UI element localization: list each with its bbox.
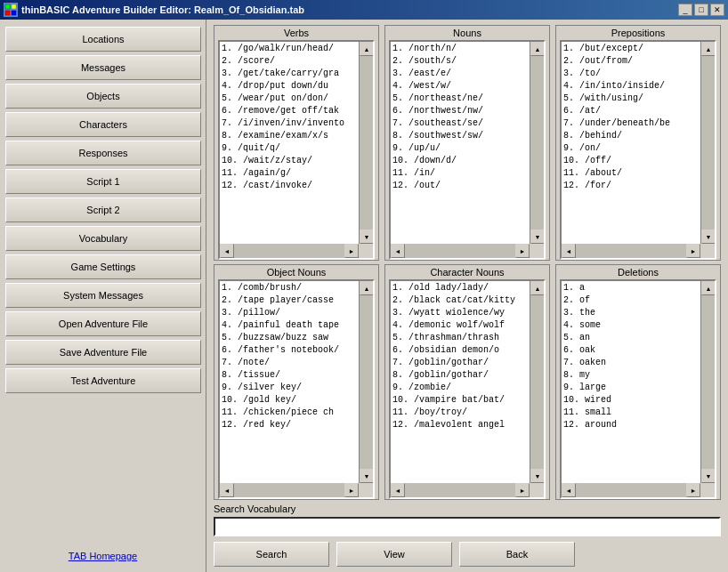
- nouns-scroll-up[interactable]: ▲: [530, 42, 544, 56]
- sidebar-item-system-messages[interactable]: System Messages: [5, 283, 201, 308]
- minimize-button[interactable]: _: [678, 4, 692, 16]
- nouns-vscroll[interactable]: ▲ ▼: [530, 42, 544, 244]
- verbs-scroll-left[interactable]: ◄: [220, 244, 234, 258]
- verbs-scroll-right[interactable]: ►: [344, 244, 359, 258]
- object-nouns-scroll-left[interactable]: ◄: [220, 483, 234, 497]
- deletions-corner: [700, 483, 715, 497]
- back-button[interactable]: Back: [459, 542, 575, 567]
- prepositions-scroll-up[interactable]: ▲: [701, 42, 715, 56]
- deletions-panel: Deletions 1. a 2. of 3. the 4. some 5. a…: [555, 264, 721, 500]
- sidebar-item-test-adventure[interactable]: Test Adventure: [5, 368, 201, 393]
- verbs-corner: [359, 244, 373, 258]
- window-controls: _ □ ✕: [678, 4, 724, 16]
- nouns-hscroll: ◄ ►: [391, 244, 544, 258]
- object-nouns-scroll-track[interactable]: [360, 295, 373, 469]
- nouns-scroll-track[interactable]: [530, 56, 544, 230]
- verbs-scroll-up[interactable]: ▲: [360, 42, 373, 56]
- search-button[interactable]: Search: [214, 542, 329, 567]
- object-nouns-vscroll[interactable]: ▲ ▼: [359, 281, 373, 483]
- object-nouns-list[interactable]: 1. /comb/brush/ 2. /tape player/casse 3.…: [220, 281, 359, 483]
- panel-row-1: Verbs 1. /go/walk/run/head/ 2. /score/ 3…: [214, 25, 721, 261]
- view-button[interactable]: View: [336, 542, 452, 567]
- deletions-title: Deletions: [556, 265, 720, 279]
- nouns-title: Nouns: [385, 26, 549, 40]
- prepositions-hscroll: ◄ ►: [562, 244, 715, 258]
- character-nouns-scroll-track[interactable]: [530, 295, 544, 469]
- close-button[interactable]: ✕: [710, 4, 724, 16]
- svg-rect-0: [5, 4, 10, 9]
- character-nouns-panel: Character Nouns 1. /old lady/lady/ 2. /b…: [384, 264, 550, 500]
- sidebar-item-script2[interactable]: Script 2: [5, 197, 201, 222]
- deletions-scroll-left[interactable]: ◄: [562, 483, 576, 497]
- window-title: thinBASIC Adventure Builder Editor: Real…: [21, 4, 675, 15]
- character-nouns-htrack[interactable]: [405, 483, 515, 497]
- deletions-scroll-down[interactable]: ▼: [701, 469, 715, 483]
- prepositions-scroll-down[interactable]: ▼: [701, 230, 715, 244]
- prepositions-list[interactable]: 1. /but/except/ 2. /out/from/ 3. /to/ 4.…: [562, 42, 700, 244]
- sidebar: Locations Messages Objects Characters Re…: [0, 20, 206, 572]
- nouns-scroll-left[interactable]: ◄: [391, 244, 405, 258]
- object-nouns-scroll-up[interactable]: ▲: [360, 281, 373, 295]
- sidebar-item-messages[interactable]: Messages: [5, 55, 201, 80]
- sidebar-item-vocabulary[interactable]: Vocabulary: [5, 226, 201, 251]
- prepositions-vscroll[interactable]: ▲ ▼: [700, 42, 715, 244]
- sidebar-item-open-adventure[interactable]: Open Adventure File: [5, 311, 201, 336]
- nouns-corner: [530, 244, 544, 258]
- deletions-vscroll[interactable]: ▲ ▼: [700, 281, 715, 483]
- verbs-htrack[interactable]: [234, 244, 344, 258]
- object-nouns-hscroll: ◄ ►: [220, 483, 373, 497]
- object-nouns-scroll-right[interactable]: ►: [344, 483, 359, 497]
- prepositions-scroll-left[interactable]: ◄: [562, 244, 576, 258]
- verbs-title: Verbs: [214, 26, 378, 40]
- object-nouns-panel: Object Nouns 1. /comb/brush/ 2. /tape pl…: [214, 264, 379, 500]
- svg-rect-1: [12, 4, 16, 9]
- content-area: Verbs 1. /go/walk/run/head/ 2. /score/ 3…: [206, 20, 728, 572]
- prepositions-htrack[interactable]: [576, 244, 686, 258]
- panel-row-2: Object Nouns 1. /comb/brush/ 2. /tape pl…: [214, 264, 721, 500]
- sidebar-item-script1[interactable]: Script 1: [5, 169, 201, 194]
- sidebar-item-characters[interactable]: Characters: [5, 112, 201, 137]
- object-nouns-htrack[interactable]: [234, 483, 344, 497]
- search-input[interactable]: [214, 517, 721, 536]
- sidebar-item-game-settings[interactable]: Game Settings: [5, 254, 201, 279]
- search-vocabulary-label: Search Vocabulary: [214, 504, 721, 514]
- deletions-scroll-track[interactable]: [701, 295, 715, 469]
- prepositions-title: Prepositions: [556, 26, 720, 40]
- nouns-htrack[interactable]: [405, 244, 515, 258]
- character-nouns-list[interactable]: 1. /old lady/lady/ 2. /black cat/cat/kit…: [391, 281, 530, 483]
- app-icon: [4, 3, 18, 17]
- character-nouns-scroll-right[interactable]: ►: [515, 483, 530, 497]
- sidebar-item-objects[interactable]: Objects: [5, 84, 201, 109]
- sidebar-item-locations[interactable]: Locations: [5, 27, 201, 52]
- deletions-htrack[interactable]: [576, 483, 686, 497]
- nouns-scroll-down[interactable]: ▼: [530, 230, 544, 244]
- deletions-list[interactable]: 1. a 2. of 3. the 4. some 5. an 6. oak 7…: [562, 281, 700, 483]
- prepositions-panel: Prepositions 1. /but/except/ 2. /out/fro…: [555, 25, 721, 261]
- tab-homepage-link[interactable]: TAB Homepage: [5, 547, 200, 565]
- verbs-list[interactable]: 1. /go/walk/run/head/ 2. /score/ 3. /get…: [220, 42, 359, 244]
- svg-rect-3: [12, 11, 16, 15]
- sidebar-item-save-adventure[interactable]: Save Adventure File: [5, 340, 201, 365]
- search-section: Search Vocabulary Search View Back: [214, 500, 721, 567]
- verbs-panel: Verbs 1. /go/walk/run/head/ 2. /score/ 3…: [214, 25, 379, 261]
- prepositions-scroll-right[interactable]: ►: [686, 244, 700, 258]
- character-nouns-vscroll[interactable]: ▲ ▼: [530, 281, 544, 483]
- nouns-scroll-right[interactable]: ►: [515, 244, 530, 258]
- title-bar: thinBASIC Adventure Builder Editor: Real…: [0, 0, 728, 20]
- verbs-scroll-down[interactable]: ▼: [360, 230, 373, 244]
- nouns-list[interactable]: 1. /north/n/ 2. /south/s/ 3. /east/e/ 4.…: [391, 42, 530, 244]
- deletions-hscroll: ◄ ►: [562, 483, 715, 497]
- sidebar-item-responses[interactable]: Responses: [5, 141, 201, 165]
- vocabulary-panels: Verbs 1. /go/walk/run/head/ 2. /score/ 3…: [214, 25, 721, 500]
- verbs-vscroll[interactable]: ▲ ▼: [359, 42, 373, 244]
- prepositions-scroll-track[interactable]: [701, 56, 715, 230]
- character-nouns-corner: [530, 483, 544, 497]
- deletions-scroll-right[interactable]: ►: [686, 483, 700, 497]
- character-nouns-scroll-down[interactable]: ▼: [530, 469, 544, 483]
- character-nouns-scroll-left[interactable]: ◄: [391, 483, 405, 497]
- verbs-scroll-track[interactable]: [360, 56, 373, 230]
- object-nouns-scroll-down[interactable]: ▼: [360, 469, 373, 483]
- maximize-button[interactable]: □: [694, 4, 708, 16]
- deletions-scroll-up[interactable]: ▲: [701, 281, 715, 295]
- character-nouns-scroll-up[interactable]: ▲: [530, 281, 544, 295]
